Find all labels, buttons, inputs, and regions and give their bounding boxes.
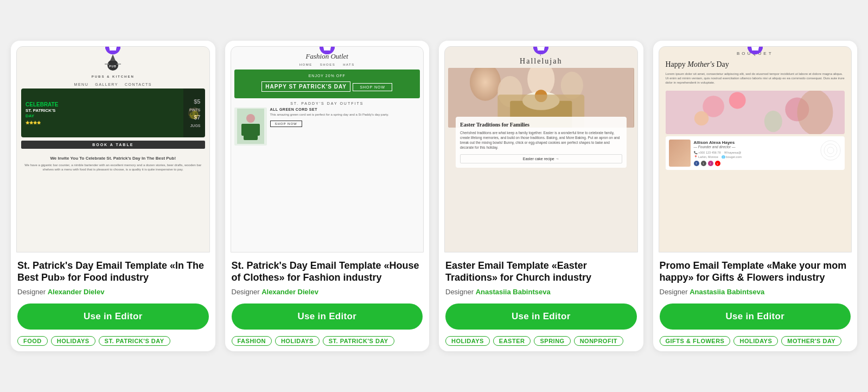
card-preview-4: BOUQUET Happy Mother's Day Lorem ipsum d… [659, 46, 852, 252]
tag[interactable]: ST. PATRICK'S DAY [99, 336, 170, 346]
card-title: Promo Email Template «Make your mom happ… [660, 260, 851, 283]
use-in-editor-button[interactable]: Use in Editor [232, 304, 423, 330]
card-2: Fashion Outlet HOME SHOES HATS ENJOY 20%… [225, 41, 430, 351]
tag[interactable]: EASTER [493, 336, 531, 346]
svg-rect-12 [241, 124, 248, 136]
card-designer: Designer Anastasiia Babintseva [660, 288, 851, 296]
card-tags: HOLIDAYSEASTERSPRINGNONPROFIT [445, 336, 637, 346]
tag[interactable]: FOOD [17, 336, 48, 346]
tag[interactable]: HOLIDAYS [51, 336, 95, 346]
svg-point-32 [764, 111, 782, 132]
card-tags: FOODHOLIDAYSST. PATRICK'S DAY [17, 336, 209, 346]
tag[interactable]: GIFTS & FLOWERS [660, 336, 731, 346]
card-designer: Designer Anastasiia Babintseva [445, 288, 637, 296]
svg-point-29 [729, 92, 745, 109]
card-info-1: St. Patrick's Day Email Template «In The… [11, 252, 215, 351]
pub-nav: MENU GALLERY CONTACTS [17, 83, 209, 86]
use-in-editor-button[interactable]: Use in Editor [445, 304, 637, 330]
card-designer: Designer Alexander Dielev [17, 288, 209, 296]
card-info-4: Promo Email Template «Make your mom happ… [653, 252, 858, 351]
card-tags: GIFTS & FLOWERSHOLIDAYSMOTHER'S DAY [660, 336, 851, 346]
svg-rect-8 [324, 49, 330, 50]
easter-content: Easter Traditions for Families Cherished… [456, 117, 627, 168]
tag[interactable]: NONPROFIT [574, 336, 623, 346]
pub-body-text: We Invite You To Celebrate St. Patrick's… [17, 152, 209, 172]
card-preview-3: T Hallelujah [444, 46, 638, 252]
card-preview-1: PUB PUBS & KITCHEN MENU GALLERY CONTACTS… [16, 46, 210, 252]
card-info-2: St. Patrick's Day Email Template «House … [225, 252, 430, 351]
use-in-editor-button[interactable]: Use in Editor [17, 304, 209, 330]
fashion-subtitle: ST. PADDY'S DAY OUTFITS [231, 102, 424, 105]
tag[interactable]: HOLIDAYS [445, 336, 490, 346]
tag[interactable]: ST. PATRICK'S DAY [323, 336, 394, 346]
svg-point-35 [821, 141, 840, 160]
card-info-3: Easter Email Template «Easter Traditions… [439, 252, 643, 351]
svg-point-37 [827, 147, 834, 154]
tag[interactable]: HOLIDAYS [275, 336, 320, 346]
svg-point-34 [797, 91, 833, 134]
designer-name: Anastasiia Babintseva [476, 288, 551, 296]
tag[interactable]: SPRING [534, 336, 570, 346]
svg-text:PUB: PUB [109, 65, 117, 68]
card-1: PUB PUBS & KITCHEN MENU GALLERY CONTACTS… [11, 41, 215, 351]
card-preview-2: Fashion Outlet HOME SHOES HATS ENJOY 20%… [231, 46, 424, 252]
bouquet-title-section: Happy Mother's Day Lorem ipsum dolor sit… [659, 57, 852, 88]
bouquet-photo [666, 91, 845, 134]
svg-rect-15 [538, 49, 544, 50]
svg-point-36 [824, 144, 837, 157]
card-designer: Designer Alexander Dielev [232, 288, 423, 296]
card-4: BOUQUET Happy Mother's Day Lorem ipsum d… [653, 41, 858, 351]
svg-rect-1 [110, 49, 116, 50]
svg-rect-26 [752, 49, 758, 50]
book-table-btn: BOOK A TABLE [21, 141, 205, 149]
fashion-product: ALL GREEN CORD SET This amazing green co… [234, 108, 420, 146]
bouquet-profile: Allison Alexa Hayes — Founder and direct… [666, 136, 845, 170]
tag[interactable]: FASHION [232, 336, 272, 346]
use-in-editor-button[interactable]: Use in Editor [660, 304, 851, 330]
designer-name: Alexander Dielev [48, 288, 105, 296]
pub-hero: CELEBRATE ST. PATRICK'S DAY ⭐⭐⭐⭐ $5PINTS… [21, 88, 205, 137]
card-title: St. Patrick's Day Email Template «House … [232, 260, 423, 283]
card-title: St. Patrick's Day Email Template «In The… [17, 260, 209, 283]
svg-point-10 [246, 114, 255, 123]
fashion-banner: ENJOY 20% OFF HAPPY ST PATRICK'S DAY SHO… [234, 69, 420, 98]
card-3: T Hallelujah [439, 41, 643, 351]
svg-point-30 [694, 111, 708, 125]
designer-name: Anastasiia Babintseva [690, 288, 764, 296]
tag[interactable]: HOLIDAYS [733, 336, 778, 346]
fashion-nav: HOME SHOES HATS [231, 63, 424, 66]
card-title: Easter Email Template «Easter Traditions… [445, 260, 637, 283]
designer-name: Alexander Dielev [261, 288, 318, 296]
card-tags: FASHIONHOLIDAYSST. PATRICK'S DAY [232, 336, 423, 346]
cards-grid: PUB PUBS & KITCHEN MENU GALLERY CONTACTS… [11, 41, 857, 351]
svg-marker-3 [110, 54, 116, 61]
svg-rect-13 [253, 124, 260, 136]
tag[interactable]: MOTHER'S DAY [781, 336, 841, 346]
